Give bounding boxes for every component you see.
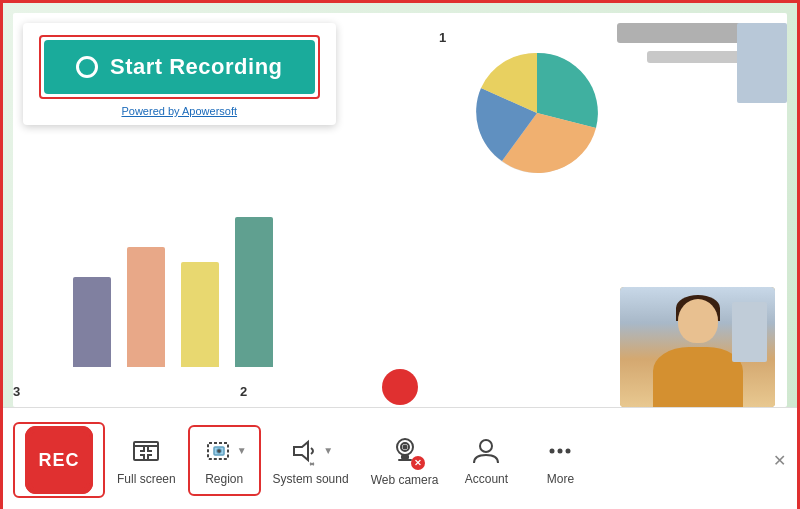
webcam-bg-decor xyxy=(737,23,787,103)
account-label: Account xyxy=(465,472,508,486)
webcam-x-icon: ✕ xyxy=(414,458,422,468)
account-button[interactable]: Account xyxy=(450,427,522,494)
recording-btn-border: Start Recording xyxy=(39,35,320,99)
record-circle-icon xyxy=(76,56,98,78)
bar-1 xyxy=(73,277,111,367)
svg-point-17 xyxy=(558,448,563,453)
rec-label: REC xyxy=(38,450,79,471)
svg-rect-1 xyxy=(134,442,158,460)
region-label: Region xyxy=(205,472,243,486)
close-button[interactable]: ✕ xyxy=(769,450,789,470)
system-sound-icon xyxy=(288,435,320,467)
recording-indicator-dot xyxy=(382,369,418,405)
label-3: 3 xyxy=(13,384,20,399)
label-2: 2 xyxy=(240,384,247,399)
region-button-wrapper: ▼ Region xyxy=(188,425,261,496)
svg-point-12 xyxy=(403,446,406,449)
region-button[interactable]: ▼ Region xyxy=(196,431,253,490)
account-icon xyxy=(470,435,502,467)
svg-rect-13 xyxy=(401,455,409,459)
region-dropdown-arrow: ▼ xyxy=(237,445,247,456)
recording-overlay: Start Recording Powered by Apowersoft xyxy=(23,23,336,125)
powered-by-label[interactable]: Powered by Apowersoft xyxy=(39,105,320,117)
sound-dropdown-arrow: ▼ xyxy=(323,445,333,456)
toolbar: REC Full screen xyxy=(3,407,797,509)
more-icon xyxy=(544,435,576,467)
bar-4 xyxy=(235,217,273,367)
webcam-person xyxy=(620,287,775,407)
rec-button[interactable]: REC xyxy=(28,429,90,491)
pie-chart xyxy=(467,43,607,183)
bar-3 xyxy=(181,262,219,367)
label-1: 1 xyxy=(439,30,446,45)
more-button[interactable]: More xyxy=(524,427,596,494)
webcam-icon-wrapper: ✕ xyxy=(389,433,421,468)
bar-chart xyxy=(73,217,273,367)
svg-point-16 xyxy=(550,448,555,453)
system-sound-button[interactable]: ▼ System sound xyxy=(263,427,359,494)
svg-marker-7 xyxy=(294,442,308,460)
webcam-disabled-badge: ✕ xyxy=(411,456,425,470)
bg-shelf xyxy=(732,302,767,362)
webcam-overlay xyxy=(620,287,775,407)
fullscreen-icon xyxy=(130,435,162,467)
start-recording-label: Start Recording xyxy=(110,54,283,80)
svg-rect-14 xyxy=(398,459,412,461)
start-recording-button[interactable]: Start Recording xyxy=(44,40,315,94)
svg-point-15 xyxy=(480,440,492,452)
fullscreen-button[interactable]: Full screen xyxy=(107,427,186,494)
system-sound-label: System sound xyxy=(273,472,349,486)
person-body xyxy=(653,347,743,407)
svg-point-18 xyxy=(566,448,571,453)
region-icon xyxy=(202,435,234,467)
fullscreen-label: Full screen xyxy=(117,472,176,486)
webcam-label: Web camera xyxy=(371,473,439,487)
rec-button-wrapper: REC xyxy=(13,422,105,498)
screen-area: Start Recording Powered by Apowersoft 1 … xyxy=(3,3,797,407)
webcam-button[interactable]: ✕ Web camera xyxy=(361,425,449,495)
person-head xyxy=(678,299,718,343)
svg-point-6 xyxy=(218,450,220,452)
app-window: Start Recording Powered by Apowersoft 1 … xyxy=(0,0,800,509)
more-label: More xyxy=(547,472,574,486)
bar-2 xyxy=(127,247,165,367)
